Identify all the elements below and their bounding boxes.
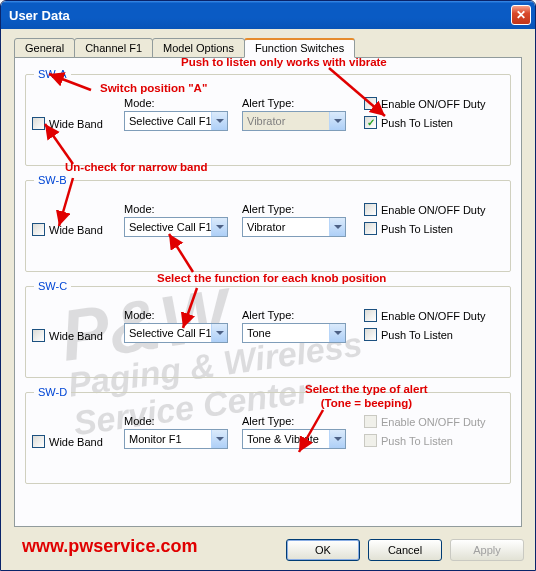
mode-label: Mode: — [124, 97, 242, 109]
chevron-down-icon — [329, 218, 345, 236]
group-sw-a: SW-A Wide Band Mode: Selective Call F1 — [25, 74, 511, 166]
legend-sw-d: SW-D — [34, 386, 71, 398]
alert-combo-a: Vibrator — [242, 111, 346, 131]
checkbox-icon — [364, 434, 377, 447]
mode-label: Mode: — [124, 309, 242, 321]
tab-channel-f1[interactable]: Channel F1 — [74, 38, 153, 58]
alert-label: Alert Type: — [242, 309, 364, 321]
alert-label: Alert Type: — [242, 97, 364, 109]
alert-combo-b[interactable]: Vibrator — [242, 217, 346, 237]
chevron-down-icon — [211, 112, 227, 130]
mode-label: Mode: — [124, 415, 242, 427]
alert-combo-c[interactable]: Tone — [242, 323, 346, 343]
checkbox-icon — [364, 222, 377, 235]
tabpanel-function-switches: P&W Paging & Wireless Service Center SW-… — [14, 57, 522, 527]
group-sw-d: SW-D Wide Band Mode: Monitor F1 — [25, 392, 511, 484]
chevron-down-icon — [211, 324, 227, 342]
tab-model-options[interactable]: Model Options — [152, 38, 245, 58]
checkbox-icon — [32, 117, 45, 130]
alert-combo-d[interactable]: Tone & Vibrate — [242, 429, 346, 449]
enable-duty-checkbox-a[interactable]: Enable ON/OFF Duty — [364, 97, 504, 110]
chevron-down-icon — [329, 112, 345, 130]
legend-sw-a: SW-A — [34, 68, 71, 80]
wide-band-checkbox-a[interactable]: Wide Band — [32, 117, 124, 130]
dialog-buttons: OK Cancel Apply — [286, 539, 524, 561]
checkbox-icon — [364, 415, 377, 428]
chevron-down-icon — [211, 430, 227, 448]
checkbox-icon — [32, 223, 45, 236]
wide-band-checkbox-c[interactable]: Wide Band — [32, 329, 124, 342]
mode-combo-c[interactable]: Selective Call F1 — [124, 323, 228, 343]
close-icon: ✕ — [516, 8, 526, 22]
group-sw-c: SW-C Wide Band Mode: Selective Call F1 — [25, 286, 511, 378]
legend-sw-b: SW-B — [34, 174, 71, 186]
apply-button: Apply — [450, 539, 524, 561]
alert-label: Alert Type: — [242, 203, 364, 215]
push-listen-checkbox-b[interactable]: Push To Listen — [364, 222, 504, 235]
titlebar: User Data ✕ — [1, 1, 535, 29]
chevron-down-icon — [329, 430, 345, 448]
checkbox-icon — [364, 97, 377, 110]
checkbox-icon — [364, 328, 377, 341]
push-listen-checkbox-d: Push To Listen — [364, 434, 504, 447]
tab-strip: General Channel F1 Model Options Functio… — [14, 38, 522, 58]
alert-label: Alert Type: — [242, 415, 364, 427]
mode-combo-b[interactable]: Selective Call F1 — [124, 217, 228, 237]
close-button[interactable]: ✕ — [511, 5, 531, 25]
enable-duty-checkbox-c[interactable]: Enable ON/OFF Duty — [364, 309, 504, 322]
checkbox-icon — [364, 203, 377, 216]
push-listen-checkbox-c[interactable]: Push To Listen — [364, 328, 504, 341]
annotation-push-listen: Push to listen only works with vibrate — [181, 56, 387, 70]
legend-sw-c: SW-C — [34, 280, 71, 292]
chevron-down-icon — [211, 218, 227, 236]
checkbox-icon: ✓ — [364, 116, 377, 129]
url-text: www.pwservice.com — [22, 536, 197, 557]
tab-function-switches[interactable]: Function Switches — [244, 38, 355, 58]
ok-button[interactable]: OK — [286, 539, 360, 561]
checkbox-icon — [32, 435, 45, 448]
window-title: User Data — [9, 8, 70, 23]
enable-duty-checkbox-b[interactable]: Enable ON/OFF Duty — [364, 203, 504, 216]
wide-band-checkbox-b[interactable]: Wide Band — [32, 223, 124, 236]
enable-duty-checkbox-d: Enable ON/OFF Duty — [364, 415, 504, 428]
tab-general[interactable]: General — [14, 38, 75, 58]
push-listen-checkbox-a[interactable]: ✓ Push To Listen — [364, 116, 504, 129]
mode-label: Mode: — [124, 203, 242, 215]
cancel-button[interactable]: Cancel — [368, 539, 442, 561]
group-sw-b: SW-B Wide Band Mode: Selective Call F1 — [25, 180, 511, 272]
wide-band-checkbox-d[interactable]: Wide Band — [32, 435, 124, 448]
mode-combo-d[interactable]: Monitor F1 — [124, 429, 228, 449]
checkbox-icon — [32, 329, 45, 342]
chevron-down-icon — [329, 324, 345, 342]
checkbox-icon — [364, 309, 377, 322]
annotation-function: Select the function for each knob positi… — [157, 272, 386, 286]
mode-combo-a[interactable]: Selective Call F1 — [124, 111, 228, 131]
